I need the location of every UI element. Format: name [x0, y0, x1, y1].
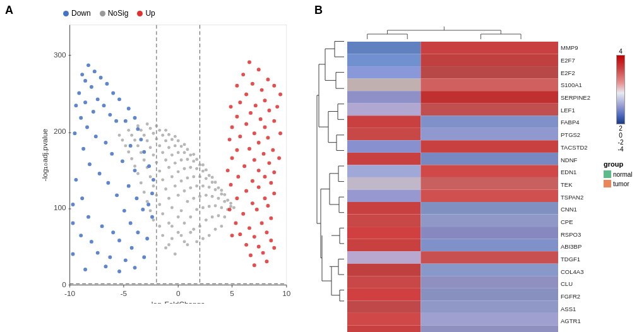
svg-point-229 — [124, 258, 128, 262]
svg-point-257 — [244, 122, 248, 126]
gene-cpe: CPE — [561, 218, 601, 225]
svg-point-281 — [272, 170, 276, 174]
svg-point-154 — [223, 193, 226, 196]
svg-point-278 — [236, 175, 240, 179]
svg-point-244 — [235, 84, 239, 88]
svg-point-188 — [114, 119, 118, 123]
svg-point-160 — [155, 124, 158, 127]
svg-point-67 — [220, 225, 223, 228]
svg-point-102 — [180, 158, 183, 162]
svg-point-295 — [247, 226, 251, 230]
svg-point-43 — [201, 237, 205, 240]
svg-rect-378 — [347, 288, 420, 301]
svg-point-225 — [145, 237, 149, 240]
svg-point-108 — [130, 157, 133, 160]
svg-point-110 — [149, 146, 152, 149]
svg-point-223 — [117, 239, 121, 242]
svg-point-209 — [80, 196, 84, 200]
gene-ass1: ASS1 — [561, 305, 601, 312]
svg-point-289 — [272, 191, 276, 195]
svg-point-157 — [127, 129, 130, 132]
svg-point-218 — [100, 224, 104, 228]
svg-point-238 — [247, 61, 251, 64]
svg-rect-381 — [420, 300, 558, 313]
svg-point-63 — [183, 189, 186, 193]
svg-point-90 — [164, 158, 167, 162]
svg-point-205 — [74, 178, 78, 182]
svg-point-263 — [257, 141, 261, 145]
svg-point-194 — [81, 147, 85, 151]
svg-point-55 — [186, 200, 189, 203]
svg-point-224 — [130, 246, 134, 250]
svg-point-195 — [136, 127, 140, 131]
svg-point-162 — [174, 135, 177, 138]
svg-rect-359 — [420, 165, 558, 177]
svg-point-267 — [247, 147, 251, 151]
svg-point-275 — [267, 161, 271, 165]
svg-point-84 — [205, 194, 208, 197]
svg-point-117 — [214, 188, 217, 191]
svg-point-77 — [140, 181, 143, 184]
svg-point-226 — [96, 251, 100, 255]
svg-point-269 — [253, 158, 256, 162]
svg-point-173 — [90, 85, 93, 89]
svg-point-247 — [263, 98, 267, 102]
svg-point-76 — [217, 214, 220, 217]
gene-edn1: EDN1 — [561, 169, 601, 175]
gene-e2f2: E2F2 — [561, 69, 601, 76]
svg-point-26 — [164, 246, 167, 249]
svg-rect-374 — [347, 264, 420, 276]
svg-point-170 — [93, 69, 97, 73]
svg-point-181 — [92, 110, 95, 114]
svg-point-81 — [177, 170, 180, 174]
svg-point-276 — [277, 157, 281, 160]
volcano-svg: 0 100 200 300 -10 -5 0 5 10 — [35, 13, 303, 304]
svg-point-206 — [127, 184, 131, 188]
svg-point-98 — [143, 158, 146, 162]
svg-point-139 — [198, 163, 201, 167]
gene-ptgs2: PTGS2 — [561, 131, 601, 138]
svg-point-184 — [79, 116, 83, 120]
svg-point-41 — [183, 222, 186, 225]
svg-point-272 — [230, 157, 234, 160]
svg-point-189 — [94, 134, 98, 138]
svg-point-172 — [77, 92, 81, 95]
svg-point-138 — [189, 153, 192, 157]
gene-e2f7: E2F7 — [561, 57, 601, 64]
svg-point-308 — [265, 259, 269, 263]
svg-rect-348 — [347, 104, 420, 116]
svg-point-283 — [244, 189, 248, 193]
scale-2: 2 — [619, 125, 623, 132]
svg-point-40 — [177, 215, 180, 218]
svg-point-207 — [147, 164, 151, 168]
color-scale-legend: 4 2 0 -2 -4 — [604, 48, 638, 153]
svg-point-163 — [183, 143, 186, 146]
svg-rect-382 — [347, 313, 420, 326]
svg-point-52 — [158, 203, 161, 206]
svg-point-288 — [263, 196, 267, 200]
volcano-plot: 0 100 200 300 -10 -5 0 5 10 — [35, 13, 303, 304]
svg-point-30 — [174, 252, 177, 256]
svg-point-185 — [108, 113, 112, 117]
svg-point-115 — [195, 167, 198, 170]
svg-rect-376 — [347, 276, 420, 288]
svg-text:100: 100 — [54, 203, 66, 211]
svg-point-266 — [228, 138, 232, 141]
svg-rect-368 — [347, 227, 420, 239]
svg-text:-5: -5 — [121, 289, 128, 297]
svg-point-33 — [186, 243, 189, 246]
svg-point-146 — [149, 127, 152, 130]
svg-rect-352 — [347, 128, 420, 141]
svg-point-61 — [164, 187, 167, 191]
svg-point-300 — [265, 230, 269, 234]
svg-point-241 — [266, 78, 270, 81]
svg-point-58 — [214, 228, 217, 231]
svg-point-182 — [102, 104, 106, 107]
svg-point-178 — [83, 100, 87, 104]
svg-text:log₂FoldChange: log₂FoldChange — [152, 300, 205, 304]
svg-rect-340 — [347, 54, 420, 67]
svg-point-116 — [205, 177, 208, 180]
gene-tdgf1: TDGF1 — [561, 256, 601, 263]
svg-point-128 — [211, 181, 214, 184]
svg-point-125 — [183, 151, 186, 154]
